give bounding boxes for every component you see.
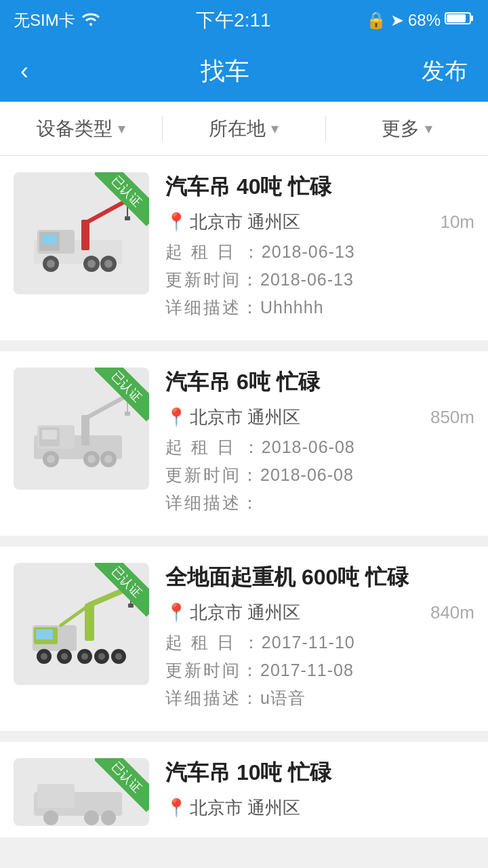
- equipment-location: 📍 北京市 通州区: [165, 406, 300, 429]
- location-pin-icon: 📍: [165, 602, 187, 623]
- status-time: 下午2:11: [196, 7, 271, 33]
- certified-badge: 已认证: [95, 368, 149, 422]
- description-row: 详细描述：u语音: [165, 687, 474, 709]
- equipment-title: 全地面起重机 600吨 忙碌: [165, 563, 474, 593]
- svg-point-52: [43, 810, 58, 825]
- svg-point-12: [104, 260, 113, 268]
- location-row: 📍 北京市 通州区 10m: [165, 210, 474, 234]
- svg-rect-6: [42, 235, 57, 244]
- no-sim-label: 无SIM卡: [14, 9, 75, 31]
- status-right: 🔒 ➤ 68%: [366, 11, 474, 30]
- start-date-row: 起 租 日 ：2017-11-10: [165, 631, 474, 654]
- equipment-title: 汽车吊 40吨 忙碌: [165, 172, 474, 202]
- equipment-image: 已认证: [14, 368, 149, 490]
- equipment-image: 已认证: [14, 758, 149, 826]
- back-button[interactable]: ‹: [20, 57, 28, 85]
- start-date-row: 起 租 日 ：2018-06-08: [165, 436, 474, 458]
- equipment-title: 汽车吊 6吨 忙碌: [165, 368, 474, 397]
- svg-rect-1: [447, 14, 466, 22]
- nav-bar: ‹ 找车 发布: [0, 41, 488, 102]
- location-pin-icon: 📍: [165, 407, 187, 428]
- svg-rect-20: [42, 430, 57, 439]
- description-row: 详细描述：Uhhhhh: [165, 296, 474, 319]
- svg-point-22: [47, 455, 55, 463]
- svg-point-49: [115, 653, 122, 660]
- equipment-location: 📍 北京市 通州区: [165, 601, 300, 625]
- chevron-down-icon: ▾: [271, 120, 279, 138]
- svg-point-41: [41, 653, 47, 660]
- update-date-row: 更新时间：2017-11-08: [165, 659, 474, 682]
- distance-label: 10m: [440, 212, 474, 233]
- list-item[interactable]: 已认证 汽车吊 40吨 忙碌 📍 北京市 通州区 10m 起 租 日 ：2018…: [0, 156, 488, 340]
- svg-point-10: [87, 260, 96, 268]
- equipment-info: 汽车吊 40吨 忙碌 📍 北京市 通州区 10m 起 租 日 ：2018-06-…: [165, 172, 474, 324]
- equipment-info: 全地面起重机 600吨 忙碌 📍 北京市 通州区 840m 起 租 日 ：201…: [165, 563, 474, 715]
- list-item[interactable]: 已认证 汽车吊 10吨 忙碌 📍 北京市 通州区: [0, 742, 488, 837]
- filter-location-label: 所在地: [209, 116, 266, 142]
- svg-rect-51: [37, 784, 75, 808]
- svg-point-43: [61, 653, 68, 660]
- filter-more[interactable]: 更多 ▾: [325, 116, 488, 142]
- distance-label: 850m: [430, 407, 474, 428]
- location-pin-icon: 📍: [165, 212, 187, 233]
- filter-equipment-type[interactable]: 设备类型 ▾: [0, 116, 162, 142]
- equipment-list: 已认证 汽车吊 40吨 忙碌 📍 北京市 通州区 10m 起 租 日 ：2018…: [0, 156, 488, 837]
- start-date-row: 起 租 日 ：2018-06-13: [165, 241, 474, 263]
- location-row: 📍 北京市 通州区 840m: [165, 601, 474, 625]
- list-item[interactable]: 已认证 全地面起重机 600吨 忙碌 📍 北京市 通州区 840m 起 租 日 …: [0, 547, 488, 731]
- location-row: 📍 北京市 通州区 850m: [165, 406, 474, 429]
- filter-more-label: 更多: [382, 116, 420, 142]
- filter-location[interactable]: 所在地 ▾: [162, 116, 325, 142]
- svg-point-26: [104, 455, 113, 463]
- battery-icon: [445, 11, 474, 30]
- lock-icon: 🔒: [366, 11, 386, 30]
- location-pin-icon: 📍: [165, 797, 187, 818]
- svg-point-54: [101, 810, 116, 825]
- equipment-location: 📍 北京市 通州区: [165, 796, 300, 820]
- filter-equipment-label: 设备类型: [37, 116, 113, 142]
- distance-label: 840m: [430, 602, 474, 623]
- publish-button[interactable]: 发布: [422, 56, 468, 87]
- location-row: 📍 北京市 通州区: [165, 796, 474, 820]
- chevron-down-icon: ▾: [425, 120, 432, 138]
- svg-rect-2: [470, 16, 473, 21]
- svg-point-45: [81, 653, 88, 660]
- update-date-row: 更新时间：2018-06-08: [165, 464, 474, 486]
- svg-point-8: [47, 260, 55, 268]
- equipment-info: 汽车吊 10吨 忙碌 📍 北京市 通州区: [165, 758, 474, 827]
- certified-badge: 已认证: [95, 172, 149, 226]
- equipment-location: 📍 北京市 通州区: [165, 210, 300, 234]
- list-item[interactable]: 已认证 汽车吊 6吨 忙碌 📍 北京市 通州区 850m 起 租 日 ：2018…: [0, 351, 488, 536]
- equipment-image: 已认证: [14, 563, 149, 685]
- description-row: 详细描述：: [165, 492, 474, 514]
- equipment-title: 汽车吊 10吨 忙碌: [165, 758, 474, 788]
- svg-point-24: [87, 455, 96, 463]
- svg-rect-34: [36, 629, 53, 639]
- wifi-icon: [81, 11, 101, 30]
- svg-point-53: [84, 810, 99, 825]
- status-bar: 无SIM卡 下午2:11 🔒 ➤ 68%: [0, 0, 488, 41]
- battery-label: 68%: [408, 11, 441, 30]
- status-left: 无SIM卡: [14, 9, 101, 31]
- location-icon: ➤: [390, 11, 404, 30]
- certified-badge: 已认证: [95, 758, 149, 812]
- chevron-down-icon: ▾: [118, 120, 125, 138]
- svg-point-47: [98, 653, 105, 660]
- certified-badge: 已认证: [95, 563, 149, 617]
- update-date-row: 更新时间：2018-06-13: [165, 269, 474, 291]
- equipment-info: 汽车吊 6吨 忙碌 📍 北京市 通州区 850m 起 租 日 ：2018-06-…: [165, 368, 474, 519]
- filter-bar: 设备类型 ▾ 所在地 ▾ 更多 ▾: [0, 102, 488, 156]
- page-title: 找车: [201, 55, 249, 88]
- equipment-image: 已认证: [14, 172, 149, 294]
